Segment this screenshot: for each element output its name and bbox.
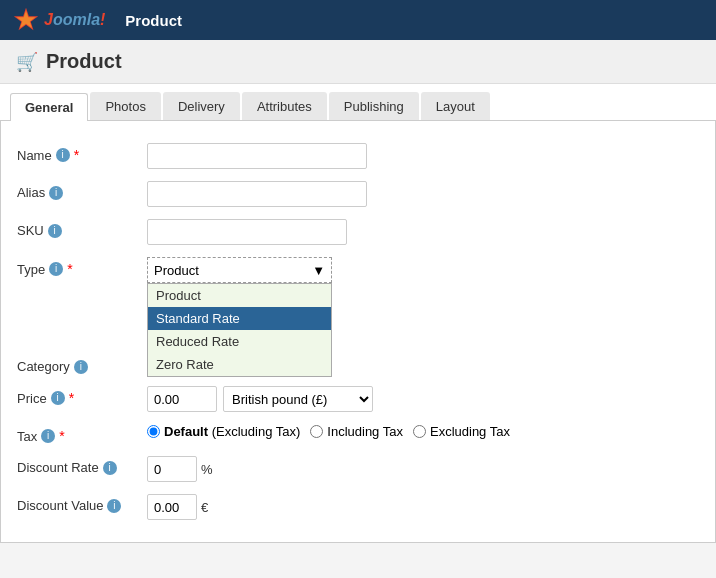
tab-bar: General Photos Delivery Attributes Publi… <box>0 84 716 121</box>
tab-attributes[interactable]: Attributes <box>242 92 327 120</box>
product-icon: 🛒 <box>16 51 38 73</box>
alias-input[interactable] <box>147 181 367 207</box>
discount-value-controls: € <box>147 494 208 520</box>
joomla-logo-text: Joomla! <box>44 11 105 29</box>
sku-info-icon[interactable]: i <box>48 224 62 238</box>
joomla-logo: Joomla! <box>12 6 105 34</box>
tax-label: Tax i * <box>17 424 147 444</box>
discount-rate-unit: % <box>201 462 213 477</box>
tax-excluding-option[interactable]: Excluding Tax <box>413 424 510 439</box>
alias-info-icon[interactable]: i <box>49 186 63 200</box>
type-current-value: Product <box>154 263 199 278</box>
tab-layout[interactable]: Layout <box>421 92 490 120</box>
tax-default-label: Default (Excluding Tax) <box>164 424 300 439</box>
joomla-logo-icon <box>12 6 40 34</box>
discount-value-label: Discount Value i <box>17 494 147 513</box>
tab-photos[interactable]: Photos <box>90 92 160 120</box>
type-label: Type i * <box>17 257 147 277</box>
discount-rate-row: Discount Rate i % <box>1 450 715 488</box>
name-required: * <box>74 147 79 163</box>
name-info-icon[interactable]: i <box>56 148 70 162</box>
tax-excluding-radio[interactable] <box>413 425 426 438</box>
price-input[interactable] <box>147 386 217 412</box>
page-title: Product <box>46 50 122 73</box>
sku-label: SKU i <box>17 219 147 238</box>
type-option-standard-rate[interactable]: Standard Rate <box>148 307 331 330</box>
name-label: Name i * <box>17 143 147 163</box>
category-label: Category i <box>17 355 147 374</box>
type-dropdown: Product Standard Rate Reduced Rate Zero … <box>147 283 332 377</box>
tax-including-label: Including Tax <box>327 424 403 439</box>
topbar: Joomla! Product <box>0 0 716 40</box>
tab-publishing[interactable]: Publishing <box>329 92 419 120</box>
type-info-icon[interactable]: i <box>49 262 63 276</box>
tax-options: Default (Excluding Tax) Including Tax Ex… <box>147 424 510 439</box>
sku-row: SKU i <box>1 213 715 251</box>
tax-info-icon[interactable]: i <box>41 429 55 443</box>
discount-rate-controls: % <box>147 456 213 482</box>
topbar-title: Product <box>125 12 182 29</box>
type-select[interactable]: Product ▼ <box>147 257 332 283</box>
page-header: 🛒 Product <box>0 40 716 84</box>
type-dropdown-arrow: ▼ <box>312 263 325 278</box>
tax-including-radio[interactable] <box>310 425 323 438</box>
tab-delivery[interactable]: Delivery <box>163 92 240 120</box>
type-wrapper: Product ▼ Product Standard Rate Reduced … <box>147 257 332 283</box>
tax-row: Tax i * Default (Excluding Tax) Includin… <box>1 418 715 450</box>
type-row: Type i * Product ▼ Product Standard Rate… <box>1 251 715 289</box>
discount-value-unit: € <box>201 500 208 515</box>
form-content: Name i * Alias i SKU i Type i * Product <box>0 121 716 543</box>
name-row: Name i * <box>1 137 715 175</box>
price-info-icon[interactable]: i <box>51 391 65 405</box>
category-row: Category i <box>1 349 715 380</box>
price-controls: British pound (£) <box>147 386 373 412</box>
tax-including-option[interactable]: Including Tax <box>310 424 403 439</box>
type-option-reduced-rate[interactable]: Reduced Rate <box>148 330 331 353</box>
type-option-product[interactable]: Product <box>148 284 331 307</box>
discount-value-input[interactable] <box>147 494 197 520</box>
tax-excluding-label: Excluding Tax <box>430 424 510 439</box>
type-required: * <box>67 261 72 277</box>
alias-label: Alias i <box>17 181 147 200</box>
price-row: Price i * British pound (£) <box>1 380 715 418</box>
price-required: * <box>69 390 74 406</box>
tax-default-option[interactable]: Default (Excluding Tax) <box>147 424 300 439</box>
discount-rate-info-icon[interactable]: i <box>103 461 117 475</box>
discount-value-row: Discount Value i € <box>1 488 715 526</box>
currency-select[interactable]: British pound (£) <box>223 386 373 412</box>
discount-value-info-icon[interactable]: i <box>107 499 121 513</box>
tax-required: * <box>59 428 64 444</box>
tax-default-radio[interactable] <box>147 425 160 438</box>
tab-general[interactable]: General <box>10 93 88 121</box>
price-label: Price i * <box>17 386 147 406</box>
sku-input[interactable] <box>147 219 347 245</box>
name-input[interactable] <box>147 143 367 169</box>
alias-row: Alias i <box>1 175 715 213</box>
type-option-zero-rate[interactable]: Zero Rate <box>148 353 331 376</box>
category-info-icon[interactable]: i <box>74 360 88 374</box>
discount-rate-input[interactable] <box>147 456 197 482</box>
discount-rate-label: Discount Rate i <box>17 456 147 475</box>
